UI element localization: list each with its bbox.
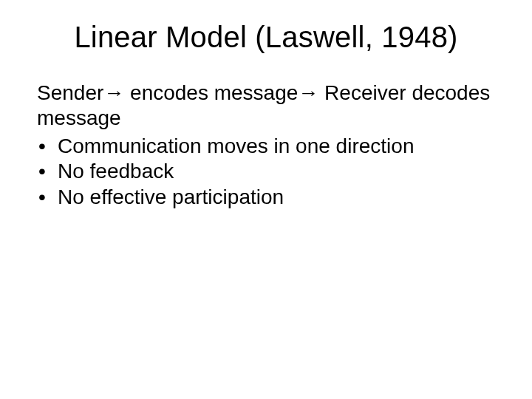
slide-body: Sender→ encodes message→ Receiver decode… (37, 81, 495, 210)
list-item: Communication moves in one direction (37, 134, 495, 159)
bullet-list: Communication moves in one direction No … (37, 134, 495, 209)
list-item: No feedback (37, 159, 495, 184)
intro-line: Sender→ encodes message→ Receiver decode… (37, 81, 495, 131)
bullet-text: Communication moves in one direction (58, 134, 414, 157)
slide: Linear Model (Laswell, 1948) Sender→ enc… (0, 0, 532, 399)
bullet-text: No effective participation (58, 185, 284, 208)
intro-encodes: encodes message (124, 81, 298, 104)
arrow-icon: → (298, 81, 318, 104)
arrow-icon: → (103, 81, 124, 104)
intro-sender: Sender (37, 81, 103, 104)
bullet-text: No feedback (58, 160, 174, 183)
list-item: No effective participation (37, 185, 495, 210)
slide-title: Linear Model (Laswell, 1948) (37, 21, 495, 54)
